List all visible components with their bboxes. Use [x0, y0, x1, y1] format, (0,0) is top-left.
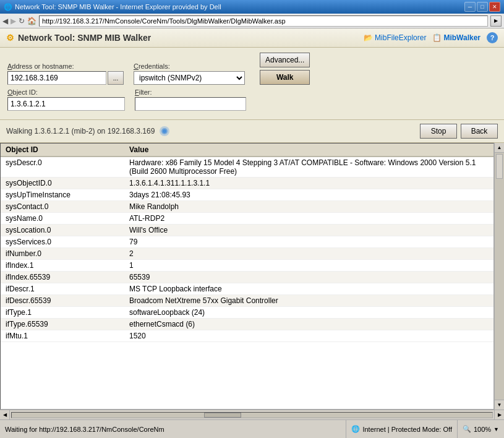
scroll-right-btn[interactable]: ▶ — [494, 410, 504, 420]
col-header-oid: Object ID — [1, 144, 124, 157]
right-scrollbar[interactable]: ▲ ▼ — [494, 143, 504, 410]
browser-icon: 🌐 — [4, 3, 12, 11]
walk-info: Walking 1.3.6.1.2.1 (mib-2) on 192.168.3… — [6, 125, 171, 137]
status-text: Waiting for http://192.168.3.217/NmConso… — [0, 420, 346, 438]
table-row[interactable]: ifType.1softwareLoopback (24) — [1, 307, 493, 319]
scroll-down-btn[interactable]: ▼ — [495, 400, 504, 410]
table-row[interactable]: sysName.0ATL-RDP2 — [1, 213, 493, 225]
table-row[interactable]: ifDescr.65539Broadcom NetXtreme 57xx Gig… — [1, 295, 493, 307]
refresh-icon[interactable]: ↻ — [19, 17, 25, 25]
table-row[interactable]: sysDescr.0Hardware: x86 Family 15 Model … — [1, 157, 493, 178]
h-scroll-track[interactable] — [11, 412, 493, 418]
results-table-wrapper[interactable]: Object ID Value sysDescr.0Hardware: x86 … — [0, 143, 494, 410]
form-area: Address or hostname: ... Credentials: ip… — [0, 48, 504, 120]
objectid-input[interactable] — [7, 97, 125, 111]
cell-value: Hardware: x86 Family 15 Model 4 Stepping… — [124, 157, 493, 178]
mibwalker-link[interactable]: 📋 MibWalker — [432, 33, 481, 42]
address-bar: ◀ ▶ ↻ 🏠 ▶ — [0, 14, 504, 28]
cell-oid: sysUpTimeInstance — [1, 189, 124, 201]
cell-value: ATL-RDP2 — [124, 213, 493, 225]
cell-value: Will's Office — [124, 225, 493, 236]
form-row-2: Object ID: Filter: — [7, 88, 497, 111]
address-input[interactable] — [39, 15, 488, 27]
status-zoom: 🔍 100% ▼ — [458, 420, 504, 438]
back-button[interactable]: Back — [461, 124, 498, 139]
horizontal-scrollbar[interactable]: ◀ ▶ — [0, 410, 504, 419]
objectid-label: Object ID: — [7, 88, 125, 96]
svg-point-2 — [163, 129, 166, 133]
walk-button[interactable]: Walk — [260, 70, 310, 85]
table-row[interactable]: ifMtu.11520 — [1, 330, 493, 342]
filter-group: Filter: — [135, 88, 246, 111]
back-nav-icon[interactable]: ◀ — [2, 17, 8, 25]
scroll-left-btn[interactable]: ◀ — [0, 410, 10, 420]
zone-icon: 🌐 — [351, 425, 360, 433]
maximize-button[interactable]: □ — [477, 2, 488, 12]
col-header-value: Value — [124, 144, 493, 157]
cell-oid: ifDescr.1 — [1, 283, 124, 295]
zoom-level: 100% — [474, 426, 491, 433]
table-row[interactable]: sysUpTimeInstance3days 21:08:45.93 — [1, 189, 493, 201]
table-row[interactable]: sysLocation.0Will's Office — [1, 225, 493, 236]
results-table: Object ID Value sysDescr.0Hardware: x86 … — [1, 144, 493, 342]
advanced-button[interactable]: Advanced... — [260, 53, 310, 67]
scroll-thumb[interactable] — [496, 154, 503, 179]
status-zone: 🌐 Internet | Protected Mode: Off — [346, 420, 458, 438]
filter-input[interactable] — [135, 97, 246, 111]
cell-value: 65539 — [124, 272, 493, 283]
zone-text: Internet | Protected Mode: Off — [362, 426, 452, 433]
form-row-1: Address or hostname: ... Credentials: ip… — [7, 53, 497, 85]
cell-oid: sysLocation.0 — [1, 225, 124, 236]
table-header-row: Object ID Value — [1, 144, 493, 157]
cell-oid: ifMtu.1 — [1, 330, 124, 342]
cell-oid: sysDescr.0 — [1, 157, 124, 178]
table-row[interactable]: ifIndex.6553965539 — [1, 272, 493, 283]
cell-value: Broadcom NetXtreme 57xx Gigabit Controll… — [124, 295, 493, 307]
close-button[interactable]: ✕ — [489, 2, 500, 12]
cell-value: 1520 — [124, 330, 493, 342]
table-row[interactable]: ifType.65539ethernetCsmacd (6) — [1, 319, 493, 330]
table-row[interactable]: ifDescr.1MS TCP Loopback interface — [1, 283, 493, 295]
cell-value: softwareLoopback (24) — [124, 307, 493, 319]
table-header: Object ID Value — [1, 144, 493, 157]
results-content: Walking 1.3.6.1.2.1 (mib-2) on 192.168.3… — [0, 120, 504, 419]
help-button[interactable]: ? — [487, 32, 498, 43]
address-input[interactable] — [7, 71, 106, 85]
table-row[interactable]: sysContact.0Mike Randolph — [1, 201, 493, 213]
cell-oid: ifType.65539 — [1, 319, 124, 330]
scroll-up-btn[interactable]: ▲ — [495, 143, 504, 153]
address-input-group: ... — [7, 71, 124, 85]
results-buttons: Stop Back — [420, 124, 498, 139]
content-wrapper: ⚙ Network Tool: SNMP MIB Walker 📂 MibFil… — [0, 28, 504, 419]
status-bar: Waiting for http://192.168.3.217/NmConso… — [0, 419, 504, 438]
cell-oid: sysServices.0 — [1, 236, 124, 248]
table-row[interactable]: sysObjectID.01.3.6.1.4.1.311.1.1.3.1.1 — [1, 178, 493, 189]
cell-value: ethernetCsmacd (6) — [124, 319, 493, 330]
table-row[interactable]: sysServices.079 — [1, 236, 493, 248]
cell-oid: sysObjectID.0 — [1, 178, 124, 189]
objectid-group: Object ID: — [7, 88, 125, 111]
cell-oid: ifDescr.65539 — [1, 295, 124, 307]
go-button[interactable]: ▶ — [490, 15, 502, 27]
mibfileexplorer-link[interactable]: 📂 MibFileExplorer — [364, 33, 426, 42]
cell-value: 1.3.6.1.4.1.311.1.1.3.1.1 — [124, 178, 493, 189]
cell-value: 1 — [124, 260, 493, 272]
credentials-group: Credentials: ipswitch (SNMPv2) public (S… — [134, 62, 245, 85]
walking-text: Walking 1.3.6.1.2.1 (mib-2) on 192.168.3… — [6, 127, 155, 135]
address-browse-button[interactable]: ... — [108, 71, 124, 85]
h-scroll-thumb[interactable] — [204, 413, 241, 418]
table-row[interactable]: ifIndex.11 — [1, 260, 493, 272]
table-row[interactable]: ifNumber.02 — [1, 248, 493, 260]
walk-animation-icon — [158, 125, 171, 137]
scroll-track[interactable] — [495, 153, 504, 400]
title-bar-buttons: ─ □ ✕ — [464, 2, 500, 12]
mibfileexplorer-icon: 📂 — [364, 33, 373, 42]
address-group: Address or hostname: ... — [7, 62, 124, 85]
results-table-body: sysDescr.0Hardware: x86 Family 15 Model … — [1, 157, 493, 342]
forward-nav-icon[interactable]: ▶ — [11, 17, 16, 25]
home-icon[interactable]: 🏠 — [27, 17, 36, 25]
credentials-select[interactable]: ipswitch (SNMPv2) public (SNMPv1) privat… — [134, 71, 245, 85]
title-bar: 🌐 Network Tool: SNMP MIB Walker - Intern… — [0, 0, 504, 14]
minimize-button[interactable]: ─ — [464, 2, 476, 12]
stop-button[interactable]: Stop — [420, 124, 457, 139]
